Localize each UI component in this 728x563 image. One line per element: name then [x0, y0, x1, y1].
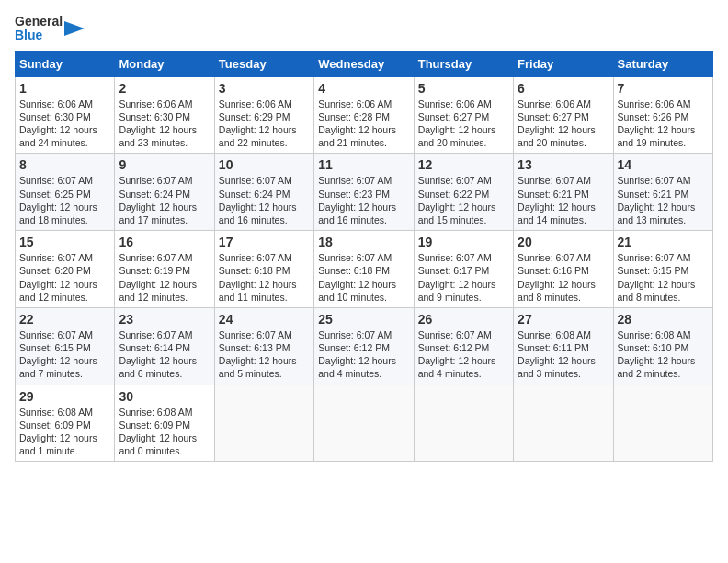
calendar-cell: 28Sunrise: 6:08 AMSunset: 6:10 PMDayligh…	[613, 307, 712, 385]
day-number: 7	[618, 81, 709, 96]
cell-info: Sunrise: 6:07 AMSunset: 6:15 PMDaylight:…	[618, 251, 709, 304]
day-number: 10	[219, 157, 310, 172]
svg-marker-0	[64, 21, 85, 36]
calendar-cell: 29Sunrise: 6:08 AMSunset: 6:09 PMDayligh…	[16, 385, 115, 462]
cell-info: Sunrise: 6:06 AMSunset: 6:27 PMDaylight:…	[418, 98, 509, 150]
day-number: 16	[119, 235, 210, 249]
cell-info: Sunrise: 6:08 AMSunset: 6:09 PMDaylight:…	[119, 406, 210, 458]
cell-info: Sunrise: 6:07 AMSunset: 6:21 PMDaylight:…	[618, 174, 709, 226]
calendar-cell: 21Sunrise: 6:07 AMSunset: 6:15 PMDayligh…	[613, 231, 712, 308]
cell-info: Sunrise: 6:08 AMSunset: 6:10 PMDaylight:…	[618, 328, 709, 381]
calendar-table: SundayMondayTuesdayWednesdayThursdayFrid…	[15, 51, 713, 462]
calendar-cell: 8Sunrise: 6:07 AMSunset: 6:25 PMDaylight…	[16, 154, 115, 231]
calendar-cell: 14Sunrise: 6:07 AMSunset: 6:21 PMDayligh…	[613, 154, 712, 231]
calendar-cell: 30Sunrise: 6:08 AMSunset: 6:09 PMDayligh…	[115, 385, 214, 462]
cell-info: Sunrise: 6:07 AMSunset: 6:15 PMDaylight:…	[19, 328, 110, 381]
col-header-thursday: Thursday	[414, 51, 513, 76]
calendar-cell: 5Sunrise: 6:06 AMSunset: 6:27 PMDaylight…	[414, 76, 513, 154]
cell-info: Sunrise: 6:07 AMSunset: 6:13 PMDaylight:…	[219, 328, 310, 381]
calendar-cell: 16Sunrise: 6:07 AMSunset: 6:19 PMDayligh…	[115, 231, 214, 308]
col-header-tuesday: Tuesday	[214, 51, 313, 76]
day-number: 29	[19, 389, 110, 404]
calendar-cell: 2Sunrise: 6:06 AMSunset: 6:30 PMDaylight…	[115, 76, 214, 154]
day-number: 30	[119, 389, 210, 404]
cell-info: Sunrise: 6:07 AMSunset: 6:18 PMDaylight:…	[219, 251, 310, 304]
day-number: 1	[19, 81, 110, 96]
calendar-cell	[613, 385, 712, 462]
calendar-cell: 1Sunrise: 6:06 AMSunset: 6:30 PMDaylight…	[16, 76, 115, 154]
cell-info: Sunrise: 6:07 AMSunset: 6:17 PMDaylight:…	[418, 251, 509, 304]
cell-info: Sunrise: 6:07 AMSunset: 6:20 PMDaylight:…	[19, 251, 110, 304]
calendar-cell: 22Sunrise: 6:07 AMSunset: 6:15 PMDayligh…	[16, 307, 115, 385]
calendar-cell: 7Sunrise: 6:06 AMSunset: 6:26 PMDaylight…	[613, 76, 712, 154]
calendar-cell: 3Sunrise: 6:06 AMSunset: 6:29 PMDaylight…	[214, 76, 313, 154]
calendar-cell: 24Sunrise: 6:07 AMSunset: 6:13 PMDayligh…	[214, 307, 313, 385]
day-number: 24	[219, 312, 310, 327]
calendar-cell: 18Sunrise: 6:07 AMSunset: 6:18 PMDayligh…	[314, 231, 414, 308]
cell-info: Sunrise: 6:07 AMSunset: 6:14 PMDaylight:…	[119, 328, 210, 381]
day-number: 8	[19, 157, 110, 172]
cell-info: Sunrise: 6:06 AMSunset: 6:30 PMDaylight:…	[19, 98, 110, 150]
calendar-cell: 26Sunrise: 6:07 AMSunset: 6:12 PMDayligh…	[414, 307, 513, 385]
calendar-cell: 25Sunrise: 6:07 AMSunset: 6:12 PMDayligh…	[314, 307, 414, 385]
col-header-wednesday: Wednesday	[314, 51, 414, 76]
day-number: 2	[119, 81, 210, 96]
day-number: 15	[19, 235, 110, 249]
cell-info: Sunrise: 6:06 AMSunset: 6:29 PMDaylight:…	[219, 98, 310, 150]
col-header-friday: Friday	[514, 51, 613, 76]
day-number: 27	[518, 312, 609, 327]
day-number: 6	[518, 81, 609, 96]
day-number: 4	[318, 81, 409, 96]
day-number: 22	[19, 312, 110, 327]
cell-info: Sunrise: 6:06 AMSunset: 6:28 PMDaylight:…	[318, 98, 409, 150]
calendar-cell	[314, 385, 414, 462]
col-header-sunday: Sunday	[16, 51, 115, 76]
day-number: 20	[518, 235, 609, 249]
day-number: 18	[318, 235, 409, 249]
calendar-cell: 17Sunrise: 6:07 AMSunset: 6:18 PMDayligh…	[214, 231, 313, 308]
cell-info: Sunrise: 6:07 AMSunset: 6:16 PMDaylight:…	[518, 251, 609, 304]
logo-blue: Blue	[15, 29, 63, 42]
col-header-saturday: Saturday	[613, 51, 712, 76]
logo-general: General	[15, 15, 63, 29]
cell-info: Sunrise: 6:08 AMSunset: 6:11 PMDaylight:…	[518, 328, 609, 381]
cell-info: Sunrise: 6:07 AMSunset: 6:24 PMDaylight:…	[219, 174, 310, 226]
day-number: 26	[418, 312, 509, 327]
page-header: General Blue	[15, 15, 713, 43]
cell-info: Sunrise: 6:07 AMSunset: 6:22 PMDaylight:…	[418, 174, 509, 226]
day-number: 28	[618, 312, 709, 327]
calendar-cell: 19Sunrise: 6:07 AMSunset: 6:17 PMDayligh…	[414, 231, 513, 308]
logo: General Blue	[15, 15, 85, 43]
day-number: 21	[618, 235, 709, 249]
day-number: 12	[418, 157, 509, 172]
cell-info: Sunrise: 6:07 AMSunset: 6:21 PMDaylight:…	[518, 174, 609, 226]
day-number: 3	[219, 81, 310, 96]
cell-info: Sunrise: 6:07 AMSunset: 6:12 PMDaylight:…	[418, 328, 509, 381]
day-number: 9	[119, 157, 210, 172]
day-number: 5	[418, 81, 509, 96]
day-number: 13	[518, 157, 609, 172]
calendar-cell: 23Sunrise: 6:07 AMSunset: 6:14 PMDayligh…	[115, 307, 214, 385]
calendar-cell	[514, 385, 613, 462]
cell-info: Sunrise: 6:07 AMSunset: 6:18 PMDaylight:…	[318, 251, 409, 304]
calendar-cell: 6Sunrise: 6:06 AMSunset: 6:27 PMDaylight…	[514, 76, 613, 154]
cell-info: Sunrise: 6:07 AMSunset: 6:24 PMDaylight:…	[119, 174, 210, 226]
cell-info: Sunrise: 6:07 AMSunset: 6:25 PMDaylight:…	[19, 174, 110, 226]
cell-info: Sunrise: 6:06 AMSunset: 6:27 PMDaylight:…	[518, 98, 609, 150]
calendar-cell: 20Sunrise: 6:07 AMSunset: 6:16 PMDayligh…	[514, 231, 613, 308]
day-number: 25	[318, 312, 409, 327]
calendar-cell: 10Sunrise: 6:07 AMSunset: 6:24 PMDayligh…	[214, 154, 313, 231]
col-header-monday: Monday	[115, 51, 214, 76]
calendar-cell: 13Sunrise: 6:07 AMSunset: 6:21 PMDayligh…	[514, 154, 613, 231]
calendar-cell	[214, 385, 313, 462]
day-number: 19	[418, 235, 509, 249]
calendar-cell: 4Sunrise: 6:06 AMSunset: 6:28 PMDaylight…	[314, 76, 414, 154]
cell-info: Sunrise: 6:07 AMSunset: 6:19 PMDaylight:…	[119, 251, 210, 304]
cell-info: Sunrise: 6:08 AMSunset: 6:09 PMDaylight:…	[19, 406, 110, 458]
cell-info: Sunrise: 6:06 AMSunset: 6:30 PMDaylight:…	[119, 98, 210, 150]
logo-triangle-icon	[64, 16, 85, 41]
logo-text: General Blue	[15, 15, 85, 43]
calendar-cell: 11Sunrise: 6:07 AMSunset: 6:23 PMDayligh…	[314, 154, 414, 231]
calendar-cell: 27Sunrise: 6:08 AMSunset: 6:11 PMDayligh…	[514, 307, 613, 385]
calendar-cell: 12Sunrise: 6:07 AMSunset: 6:22 PMDayligh…	[414, 154, 513, 231]
